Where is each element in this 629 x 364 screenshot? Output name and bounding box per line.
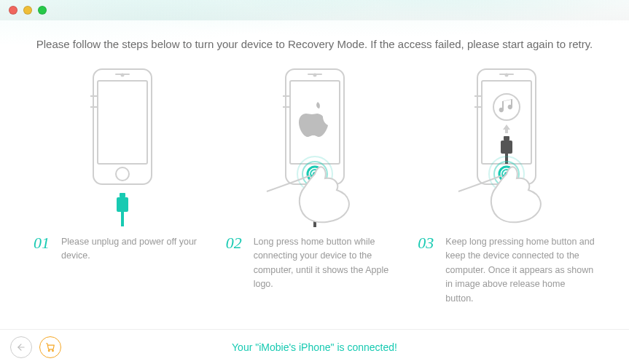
instruction-text: Please follow the steps below to turn yo… xyxy=(0,20,629,63)
svg-rect-1 xyxy=(98,81,147,164)
step-2-number: 02 xyxy=(226,235,248,251)
svg-rect-8 xyxy=(117,197,128,212)
titlebar xyxy=(0,0,629,20)
window-zoom-button[interactable] xyxy=(38,6,47,15)
step-1-number: 01 xyxy=(34,235,55,251)
step-2: 02 Long press home button while connecti… xyxy=(226,63,404,306)
step-2-caption: 02 Long press home button while connecti… xyxy=(226,231,404,292)
window-minimize-button[interactable] xyxy=(23,6,32,15)
itunes-icon xyxy=(493,94,520,120)
apple-logo-icon xyxy=(299,102,328,137)
svg-rect-30 xyxy=(504,136,509,141)
svg-rect-31 xyxy=(501,141,512,154)
footer: Your "iMobie's iPhone" is connected! xyxy=(0,329,629,364)
step-1: 01 Please unplug and power off your devi… xyxy=(34,63,211,306)
step-1-text: Please unplug and power off your device. xyxy=(61,235,211,264)
step-3-illustration xyxy=(418,63,595,231)
back-button[interactable] xyxy=(10,336,32,358)
step-1-caption: 01 Please unplug and power off your devi… xyxy=(34,231,211,264)
cart-icon xyxy=(45,342,55,352)
step-2-illustration xyxy=(226,63,404,231)
svg-rect-7 xyxy=(120,193,125,197)
svg-rect-9 xyxy=(121,212,124,226)
step-1-illustration xyxy=(34,63,211,231)
steps-row: 01 Please unplug and power off your devi… xyxy=(0,63,629,306)
step-3: 03 Keep long pressing home button and ke… xyxy=(418,63,595,306)
step-3-number: 03 xyxy=(418,235,439,251)
cable-icon xyxy=(117,193,128,226)
step-3-text: Keep long pressing home button and keep … xyxy=(445,235,595,306)
svg-rect-26 xyxy=(499,74,514,75)
window-close-button[interactable] xyxy=(9,6,17,15)
svg-point-39 xyxy=(52,349,54,351)
svg-rect-4 xyxy=(115,74,130,75)
cart-button[interactable] xyxy=(39,336,61,358)
svg-point-29 xyxy=(493,94,520,120)
step-2-text: Long press home button while connecting … xyxy=(254,235,404,292)
connection-status: Your "iMobie's iPhone" is connected! xyxy=(0,341,629,353)
arrow-left-icon xyxy=(16,342,26,352)
step-3-caption: 03 Keep long pressing home button and ke… xyxy=(418,231,595,306)
svg-point-38 xyxy=(48,349,50,351)
svg-point-2 xyxy=(116,167,129,181)
svg-rect-13 xyxy=(308,74,322,75)
